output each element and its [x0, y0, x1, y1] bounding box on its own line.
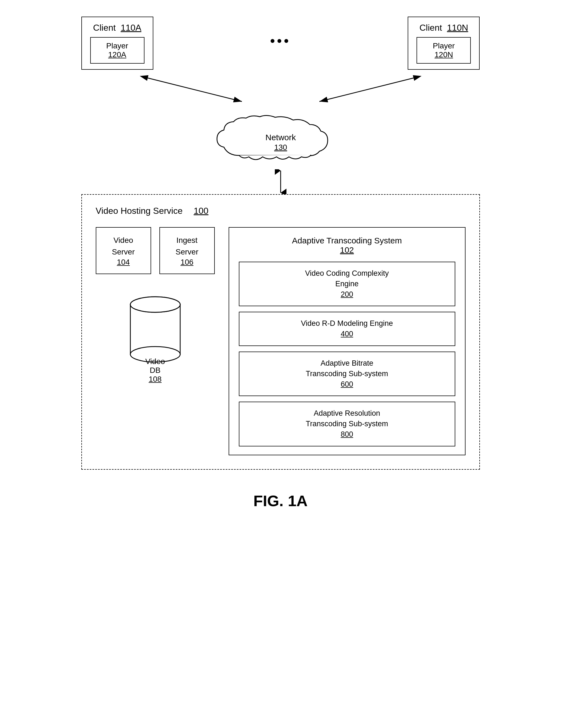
network-section: Network 130 — [59, 108, 502, 169]
engine-abts: Adaptive Bitrate Transcoding Sub-system … — [239, 352, 455, 396]
arts-ref: 800 — [246, 429, 448, 440]
figure-label: FIG. 1A — [59, 492, 502, 510]
vhs-container: Video Hosting Service 100 Video Server 1… — [81, 194, 480, 470]
svg-text:130: 130 — [274, 143, 287, 152]
ingest-server-ref: 106 — [168, 258, 206, 267]
client-a-title: Client 110A — [90, 23, 144, 33]
ats-ref: 102 — [340, 245, 354, 254]
client-a-label: Client — [93, 23, 116, 33]
engine-arts: Adaptive Resolution Transcoding Sub-syst… — [239, 402, 455, 446]
player-n-ref: 120N — [428, 50, 459, 59]
video-db-cylinder — [125, 291, 186, 363]
vcce-ref: 200 — [246, 289, 448, 300]
video-db-wrapper: Video DB 108 — [96, 291, 215, 384]
player-n-label: Player — [428, 41, 459, 50]
svg-text:Network: Network — [265, 133, 296, 142]
ats-title: Adaptive Transcoding System — [292, 236, 402, 245]
servers-row: Video Server 104 Ingest Server 106 — [96, 227, 215, 274]
client-n-box: Client 110N Player 120N — [408, 17, 480, 70]
client-n-title: Client 110N — [417, 23, 471, 33]
client-n-label: Client — [419, 23, 442, 33]
player-n-box: Player 120N — [417, 37, 471, 64]
ats-box: Adaptive Transcoding System 102 Video Co… — [228, 227, 466, 455]
video-server-ref: 104 — [105, 258, 142, 267]
vhs-title: Video Hosting Service — [96, 206, 183, 216]
engine-vcce: Video Coding Complexity Engine 200 — [239, 262, 455, 306]
svg-line-3 — [320, 78, 414, 102]
svg-line-2 — [148, 78, 242, 102]
player-a-ref: 120A — [102, 50, 133, 59]
video-server-box: Video Server 104 — [96, 227, 151, 274]
network-vhs-arrow — [59, 169, 502, 194]
ingest-server-box: Ingest Server 106 — [159, 227, 215, 274]
vrdme-ref: 400 — [246, 329, 448, 339]
client-n-ref: 110N — [447, 23, 468, 33]
vhs-inner: Video Server 104 Ingest Server 106 — [96, 227, 466, 455]
vhs-header: Video Hosting Service 100 — [96, 206, 466, 216]
left-column: Video Server 104 Ingest Server 106 — [96, 227, 215, 384]
player-a-label: Player — [102, 41, 133, 50]
vhs-ref: 100 — [194, 206, 208, 216]
player-a-box: Player 120A — [90, 37, 144, 64]
client-network-arrows — [59, 75, 502, 108]
engine-vrdme: Video R-D Modeling Engine 400 — [239, 312, 455, 346]
video-db-ref: 108 — [145, 375, 165, 384]
vrdme-label: Video R-D Modeling Engine — [246, 318, 448, 329]
network-cloud: Network 130 — [211, 114, 350, 164]
abts-ref: 600 — [246, 379, 448, 390]
client-a-ref: 110A — [121, 23, 141, 33]
client-a-box: Client 110A Player 120A — [81, 17, 153, 70]
ellipsis: ••• — [270, 17, 291, 48]
